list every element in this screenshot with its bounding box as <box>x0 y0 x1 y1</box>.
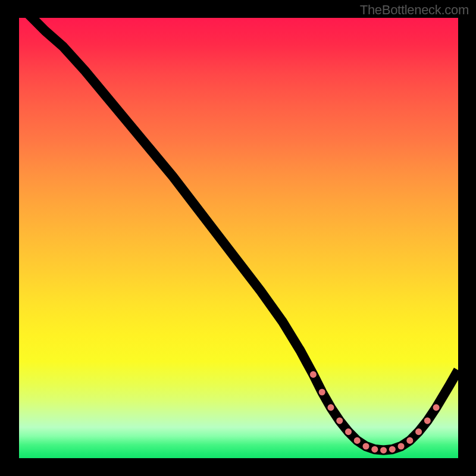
marker-point <box>380 447 387 453</box>
marker-point <box>398 443 405 449</box>
marker-point <box>310 371 317 378</box>
marker-point <box>389 446 396 453</box>
chart-svg <box>19 18 458 458</box>
marker-point <box>345 428 352 435</box>
marker-point <box>415 428 422 435</box>
marker-point <box>336 418 343 424</box>
marker-point <box>406 437 413 444</box>
marker-point <box>327 404 334 411</box>
marker-point <box>424 418 431 424</box>
marker-point <box>371 446 378 453</box>
marker-point <box>433 404 440 411</box>
marker-point <box>354 437 361 444</box>
bottleneck-curve <box>28 18 458 450</box>
plot-area <box>19 18 458 458</box>
watermark-text: TheBottleneck.com <box>360 2 469 18</box>
marker-point <box>362 443 369 449</box>
marker-point <box>319 389 325 395</box>
